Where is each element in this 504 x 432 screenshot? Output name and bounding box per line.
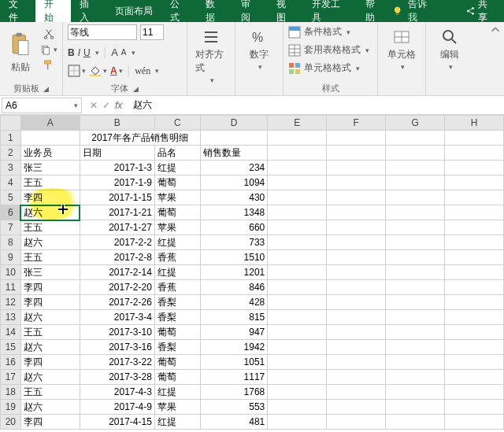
cell[interactable]: 1201	[200, 265, 268, 280]
cell[interactable]: 王五	[20, 220, 80, 235]
cell[interactable]	[386, 235, 445, 250]
cell[interactable]	[327, 340, 386, 355]
cell[interactable]	[386, 146, 445, 161]
cell[interactable]: 葡萄	[154, 370, 200, 385]
format-painter-button[interactable]	[39, 59, 57, 72]
cell[interactable]	[327, 295, 386, 310]
cell[interactable]	[268, 340, 327, 355]
cell[interactable]	[445, 385, 504, 400]
cell[interactable]: 733	[200, 235, 268, 250]
copy-button[interactable]: ▾	[39, 43, 57, 56]
cell[interactable]: 2017-4-9	[80, 400, 154, 415]
cell[interactable]: 2017-2-2	[80, 235, 154, 250]
row-header[interactable]: 4	[1, 175, 21, 190]
row-header[interactable]: 9	[1, 250, 21, 265]
cell[interactable]: 2017-1-27	[80, 220, 154, 235]
cell[interactable]	[268, 205, 327, 220]
col-header-D[interactable]: D	[200, 116, 268, 131]
cell[interactable]	[268, 190, 327, 205]
tab-data[interactable]: 数据	[197, 0, 232, 22]
row-header[interactable]: 18	[1, 385, 21, 400]
conditional-format-button[interactable]: 条件格式▾	[288, 24, 372, 39]
cell[interactable]	[386, 280, 445, 295]
cell[interactable]	[268, 280, 327, 295]
row-header[interactable]: 8	[1, 235, 21, 250]
collapse-ribbon-button[interactable]	[490, 24, 501, 38]
cell[interactable]	[386, 161, 445, 175]
cut-button[interactable]	[39, 28, 57, 40]
format-as-table-button[interactable]: 套用表格格式▾	[288, 42, 372, 57]
cell[interactable]	[327, 131, 386, 146]
cell[interactable]: 947	[200, 325, 268, 340]
cell-selected[interactable]: 赵六	[20, 205, 80, 220]
cell[interactable]: 销售数量	[200, 146, 268, 161]
cell[interactable]: 苹果	[154, 400, 200, 415]
bold-button[interactable]: B	[68, 47, 75, 58]
cell[interactable]	[327, 355, 386, 370]
cell[interactable]: 李四	[20, 415, 80, 430]
cell[interactable]: 香梨	[154, 295, 200, 310]
cell[interactable]	[327, 280, 386, 295]
share-button[interactable]: 共享	[465, 0, 496, 24]
cell[interactable]: 553	[200, 400, 268, 415]
cell[interactable]: 1942	[200, 340, 268, 355]
col-header-E[interactable]: E	[268, 116, 327, 131]
cell[interactable]	[445, 355, 504, 370]
row-header[interactable]: 14	[1, 325, 21, 340]
tab-formulas[interactable]: 公式	[161, 0, 197, 22]
cell[interactable]: 苹果	[154, 190, 200, 205]
cell[interactable]	[445, 235, 504, 250]
row-header[interactable]: 16	[1, 355, 21, 370]
cell[interactable]: 1117	[200, 370, 268, 385]
cell[interactable]: 1051	[200, 355, 268, 370]
formula-input[interactable]: 赵六	[128, 98, 504, 112]
cell[interactable]: 王五	[20, 385, 80, 400]
cell[interactable]: 王五	[20, 250, 80, 265]
row-header[interactable]: 5	[1, 190, 21, 205]
cell[interactable]: 香蕉	[154, 280, 200, 295]
cell[interactable]: 2017-2-26	[80, 295, 154, 310]
cell[interactable]: 赵六	[20, 235, 80, 250]
cell[interactable]	[327, 146, 386, 161]
cell[interactable]: 红提	[154, 385, 200, 400]
cell[interactable]	[268, 250, 327, 265]
cell[interactable]	[386, 295, 445, 310]
font-name-combo[interactable]	[68, 24, 137, 40]
tab-insert[interactable]: 插入	[71, 0, 106, 22]
underline-button[interactable]: U	[83, 47, 91, 58]
cell[interactable]	[445, 340, 504, 355]
cell[interactable]	[386, 400, 445, 415]
cell[interactable]: 业务员	[20, 146, 80, 161]
cell[interactable]	[327, 415, 386, 430]
cell[interactable]: 葡萄	[154, 205, 200, 220]
cell[interactable]: 2017-1-3	[80, 161, 154, 175]
cell[interactable]	[268, 370, 327, 385]
cell[interactable]: 428	[200, 295, 268, 310]
cell[interactable]	[445, 400, 504, 415]
cell[interactable]	[327, 370, 386, 385]
cell[interactable]	[327, 175, 386, 190]
cell[interactable]: 2017-2-8	[80, 250, 154, 265]
phonetic-button[interactable]: wén	[135, 65, 150, 77]
cell[interactable]	[327, 400, 386, 415]
row-header[interactable]: 7	[1, 220, 21, 235]
cell[interactable]: 2017-3-28	[80, 370, 154, 385]
tab-home[interactable]: 开始	[35, 0, 71, 22]
alignment-button[interactable]: 对齐方式 ▾	[192, 24, 230, 84]
cell[interactable]: 2017年各产品销售明细	[80, 131, 200, 146]
cell[interactable]: 481	[200, 415, 268, 430]
cell[interactable]	[445, 190, 504, 205]
decrease-font-button[interactable]: A	[121, 48, 127, 57]
col-header-B[interactable]: B	[80, 116, 154, 131]
cell[interactable]: 2017-1-21	[80, 205, 154, 220]
cell[interactable]: 品名	[154, 146, 200, 161]
cell[interactable]	[327, 385, 386, 400]
cell[interactable]: 李四	[20, 280, 80, 295]
cell[interactable]: 660	[200, 220, 268, 235]
cell[interactable]: 2017-3-22	[80, 355, 154, 370]
cell[interactable]: 红提	[154, 235, 200, 250]
cell[interactable]: 赵六	[20, 340, 80, 355]
cell[interactable]	[445, 295, 504, 310]
cell[interactable]	[327, 310, 386, 325]
row-header[interactable]: 10	[1, 265, 21, 280]
